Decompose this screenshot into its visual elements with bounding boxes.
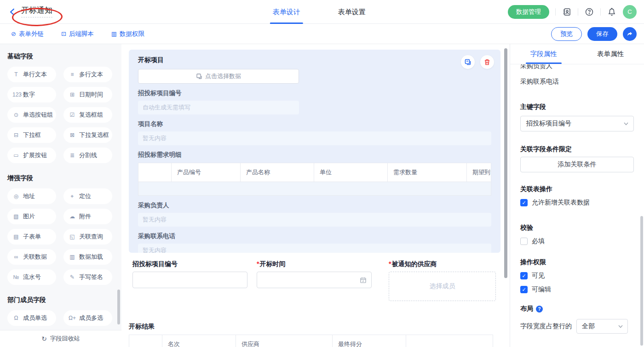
checkbox-checked[interactable]: ✓ — [520, 272, 528, 279]
sidebar-scrollbar[interactable] — [117, 290, 120, 324]
panel-field-item[interactable]: 采购负责人 — [520, 64, 634, 69]
sidebar-item-geolocation[interactable]: ⌖定位 — [63, 188, 112, 204]
sidebar-item-attachment[interactable]: ☁附件 — [63, 209, 112, 224]
sidebar-item-subform[interactable]: ▤子表单 — [7, 229, 56, 245]
copy-icon — [464, 58, 472, 66]
panel-scrollbar[interactable] — [640, 216, 643, 346]
sidebar-item-data-load[interactable]: ▥数据加载 — [63, 249, 112, 265]
date-input[interactable] — [257, 272, 372, 288]
canvas-row-fields: 招投标项目编号*开标时间*被通知的供应商选择成员 — [129, 260, 500, 311]
sidebar-item-label: 数据加载 — [79, 253, 103, 261]
table-header-cell — [129, 335, 162, 347]
header-right: 数据管理 — [508, 5, 644, 19]
sidebar-item-label: 单行文本 — [23, 70, 47, 79]
sidebar-item-member-multi[interactable]: Ω+成员多选 — [63, 310, 112, 326]
placeholder-text: 自动生成无需填写 — [143, 103, 190, 112]
panel-tab-表单属性[interactable]: 表单属性 — [577, 44, 644, 64]
checkbox-row-允许新增关联表数据[interactable]: ✓允许新增关联表数据 — [520, 199, 634, 207]
select-icon: ⊟ — [12, 132, 20, 138]
member-select-box[interactable]: 选择成员 — [389, 272, 496, 301]
panel-tab-字段属性[interactable]: 字段属性 — [510, 44, 577, 64]
field-width-select[interactable]: 全部 — [576, 319, 628, 334]
layout-help-icon[interactable]: ? — [536, 306, 543, 313]
sidebar-item-relation-data[interactable]: ∞关联数据 — [7, 249, 56, 265]
placeholder-text: 选择成员 — [430, 282, 455, 290]
sidebar-item-multi-select[interactable]: ⊠下拉复选框 — [63, 127, 112, 143]
selected-field-block[interactable]: 开标项目 点击选择数据 招投标项目编号 自动生成无需填写 项目名称 暂无内容 招… — [129, 50, 500, 253]
relation-query-icon: ◱ — [69, 233, 76, 240]
sidebar-item-multi-line-text[interactable]: ≡多行文本 — [63, 67, 112, 82]
field-label: 招投标项目编号 — [138, 89, 491, 97]
help-icon[interactable] — [584, 7, 594, 17]
table-header-row: 名次供应商最终得分 — [129, 335, 493, 347]
sidebar-item-radio-group[interactable]: ⊙单选按钮组 — [7, 107, 56, 123]
toolbar-link-backend-script[interactable]: ⊡后端脚本 — [61, 30, 94, 38]
sidebar-item-datetime[interactable]: ⊞日期时间 — [63, 87, 112, 102]
sidebar-item-address[interactable]: ◎地址 — [7, 188, 56, 204]
sidebar-item-select[interactable]: ⊟下拉框 — [7, 127, 56, 143]
data-permission-icon: ▥ — [111, 30, 117, 37]
avatar[interactable]: C — [623, 5, 637, 19]
add-condition-button[interactable]: 添加关联条件 — [520, 157, 634, 172]
multi-line-text-icon: ≡ — [69, 71, 76, 78]
contact-book-icon[interactable] — [562, 7, 572, 17]
save-button[interactable]: 保存 — [587, 27, 617, 41]
select-data-button[interactable]: 点击选择数据 — [138, 69, 299, 84]
sidebar-item-serial-number[interactable]: №流水号 — [7, 269, 56, 285]
sidebar-item-image[interactable]: ▧图片 — [7, 209, 56, 224]
sidebar-item-checkbox-group[interactable]: ☑复选框组 — [63, 107, 112, 123]
preview-button[interactable]: 预览 — [551, 27, 582, 41]
required-asterisk: * — [389, 260, 391, 267]
canvas-field-2[interactable]: *开标时间 — [257, 260, 372, 288]
checkbox-row-可见[interactable]: ✓可见 — [520, 272, 634, 280]
toolbar-link-data-permission[interactable]: ▥数据权限 — [111, 30, 144, 38]
detail-table: 产品编号产品名称单位需求数量期望到货时 — [138, 163, 491, 196]
canvas-field-3[interactable]: *被通知的供应商选择成员 — [389, 260, 496, 301]
field-width-value: 全部 — [582, 322, 595, 330]
app-header: 开标通知 表单设计表单设置 数据管理 — [0, 0, 644, 24]
header-tab-表单设置[interactable]: 表单设置 — [337, 0, 367, 24]
header-tab-表单设计[interactable]: 表单设计 — [272, 0, 301, 24]
share-button[interactable] — [623, 27, 637, 41]
datetime-icon: ⊞ — [69, 91, 76, 98]
checkbox-label: 必填 — [532, 237, 545, 245]
address-icon: ◎ — [12, 193, 20, 199]
primary-key-select[interactable]: 招投标项目编号 — [520, 116, 634, 131]
table-header-row: 产品编号产品名称单位需求数量期望到货时 — [138, 163, 491, 182]
sidebar-item-relation-query[interactable]: ◱关联查询 — [63, 229, 112, 245]
checkbox-checked[interactable]: ✓ — [520, 286, 528, 293]
text-input[interactable] — [132, 272, 247, 288]
toolbar-link-form-external-link[interactable]: ⊘表单外链 — [11, 30, 44, 38]
delete-field-button[interactable] — [480, 55, 494, 69]
table-ops-label: 关联表操作 — [520, 186, 634, 193]
checkbox-checked[interactable]: ✓ — [520, 199, 528, 206]
result-table-section[interactable]: 开标结果 名次供应商最终得分 — [129, 323, 493, 347]
sidebar-item-member-single[interactable]: Ω成员单选 — [7, 310, 56, 326]
sidebar-item-label: 流水号 — [23, 273, 41, 281]
sidebar-item-divider[interactable]: ≣分割线 — [63, 148, 112, 163]
subform-icon: ▤ — [12, 233, 20, 240]
checkbox-label: 可见 — [532, 272, 545, 280]
back-button[interactable] — [8, 8, 17, 16]
canvas-scrollbar[interactable] — [504, 48, 507, 278]
multi-select-icon: ⊠ — [69, 132, 76, 138]
toolbar-link-label: 表单外链 — [19, 30, 44, 38]
canvas-field-1[interactable]: 招投标项目编号 — [132, 260, 247, 288]
form-canvas[interactable]: 开标项目 点击选择数据 招投标项目编号 自动生成无需填写 项目名称 暂无内容 招… — [121, 44, 510, 347]
panel-body: 采购负责人采购联系电话 主键字段 招投标项目编号 关联字段条件限定 添加关联条件… — [510, 64, 644, 347]
data-manage-button[interactable]: 数据管理 — [508, 5, 549, 19]
field-recycle-bin[interactable]: ↻ 字段回收站 — [0, 330, 121, 347]
notification-bell-icon[interactable] — [607, 7, 617, 17]
sidebar-item-extend-button[interactable]: ▭扩展按钮 — [7, 148, 56, 163]
sidebar-item-single-line-text[interactable]: T单行文本 — [7, 67, 56, 82]
panel-field-item[interactable]: 采购联系电话 — [520, 78, 634, 85]
checkbox-row-必填[interactable]: 必填 — [520, 237, 634, 245]
table-header-cell: 需求数量 — [388, 163, 467, 182]
duplicate-field-button[interactable] — [461, 55, 475, 69]
table-header-cell: 产品编号 — [172, 163, 241, 182]
readonly-input: 暂无内容 — [138, 244, 491, 253]
sidebar-item-signature[interactable]: ✎手写签名 — [63, 269, 112, 285]
checkbox-row-可编辑[interactable]: ✓可编辑 — [520, 285, 634, 294]
sidebar-item-number[interactable]: 123数字 — [7, 87, 56, 102]
checkbox-unchecked[interactable] — [520, 238, 528, 245]
